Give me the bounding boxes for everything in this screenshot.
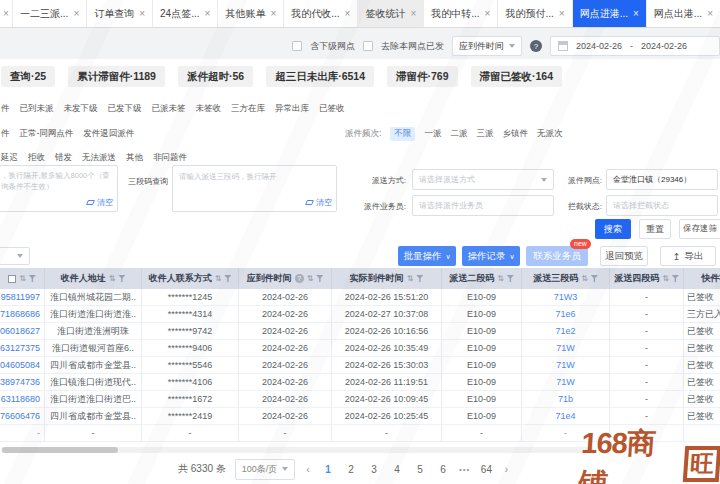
- table-row[interactable]: 06018627淮口街道淮洲明珠*******97422024-02-26202…: [0, 323, 720, 340]
- frequency-option[interactable]: 三派: [476, 128, 493, 140]
- filter-item[interactable]: 非问题件: [153, 152, 187, 164]
- tab-outbound[interactable]: 网点出港...×: [646, 0, 720, 27]
- close-icon[interactable]: ×: [270, 8, 276, 19]
- close-icon[interactable]: ×: [707, 8, 713, 19]
- stat-query[interactable]: 查询·25: [1, 66, 55, 87]
- contact-courier-button[interactable]: 联系业务员: [526, 246, 588, 266]
- close-icon[interactable]: ×: [410, 8, 416, 19]
- date-range-picker[interactable]: 2024-02-26 - 2024-02-26: [550, 36, 720, 56]
- page-64[interactable]: 64: [479, 464, 493, 475]
- waybill-link[interactable]: 63118680: [0, 391, 45, 408]
- segment3-link[interactable]: 71W: [522, 374, 610, 391]
- tab-yiersan-pai[interactable]: 一二三派...×: [12, 0, 86, 27]
- filter-icon[interactable]: [507, 275, 514, 282]
- close-icon[interactable]: ×: [73, 8, 79, 19]
- close-icon[interactable]: ×: [559, 8, 565, 19]
- segment3-link[interactable]: 71e4: [522, 408, 610, 425]
- filter-item[interactable]: 已派未签: [152, 103, 186, 115]
- tab-inbound-active[interactable]: 网点进港...×: [572, 0, 646, 27]
- close-icon[interactable]: ×: [205, 8, 211, 19]
- close-icon[interactable]: ×: [633, 8, 639, 19]
- filter-item[interactable]: 未签收: [196, 103, 222, 115]
- stat-overtime[interactable]: 派件超时·56: [178, 66, 253, 87]
- waybill-link[interactable]: 63127375: [0, 340, 45, 357]
- sort-icon[interactable]: ⇅: [19, 274, 26, 283]
- dispatch-method-select[interactable]: 请选择派送方式: [412, 169, 554, 190]
- filter-item[interactable]: 错发: [55, 152, 72, 164]
- page-size-select[interactable]: 100条/页: [235, 459, 296, 480]
- help-icon[interactable]: ?: [295, 274, 304, 283]
- sort-icon[interactable]: ⇅: [497, 274, 504, 283]
- tab-my-cod[interactable]: 我的代收...×: [283, 0, 357, 27]
- page-4[interactable]: 4: [390, 464, 404, 475]
- segment2-column-header[interactable]: 派送二段码⇅: [442, 268, 522, 289]
- waybill-link[interactable]: 76606476: [0, 408, 45, 425]
- filter-item[interactable]: 已签收: [319, 103, 345, 115]
- segment3-link[interactable]: 71e2: [522, 323, 610, 340]
- expected-time-column-header[interactable]: 应到件时间?⇅: [239, 268, 332, 289]
- frequency-option-unlimited[interactable]: 不限: [390, 127, 415, 141]
- tab-24-sign[interactable]: 24点签...×: [152, 0, 217, 27]
- sort-icon[interactable]: ⇅: [662, 274, 669, 283]
- segment3-column-header[interactable]: 派送三段码⇅: [522, 268, 610, 289]
- sort-icon[interactable]: ⇅: [215, 274, 222, 283]
- filter-icon[interactable]: [416, 275, 423, 282]
- filter-item[interactable]: 未发下级: [64, 103, 98, 115]
- more-pages-ellipsis[interactable]: •••: [459, 465, 470, 474]
- time-type-select[interactable]: 应到件时间: [452, 36, 522, 56]
- table-row[interactable]: 71868686淮口街道淮口街道淮..*******43142024-02-26…: [0, 306, 720, 323]
- stat-stranded-signed[interactable]: 滞留已签收·164: [471, 66, 563, 87]
- page-1[interactable]: 1: [321, 464, 335, 475]
- return-preview-button[interactable]: 退回预览: [600, 246, 648, 266]
- frequency-option[interactable]: 二派: [450, 128, 467, 140]
- expand-icon[interactable]: [8, 275, 16, 283]
- reset-button[interactable]: 重置: [639, 219, 671, 239]
- horizontal-scrollbar[interactable]: [1, 447, 593, 453]
- segment3-link[interactable]: 71W3: [522, 289, 610, 306]
- filter-item[interactable]: 延迟: [1, 152, 18, 164]
- clear-segment-button[interactable]: 清空: [306, 197, 332, 208]
- operation-records-button[interactable]: 操作记录∨: [462, 246, 520, 266]
- actual-time-column-header[interactable]: 实际到件时间⇅: [332, 268, 442, 289]
- sort-icon[interactable]: ⇅: [581, 274, 588, 283]
- stat-total-stranded[interactable]: 累计滞留件·1189: [68, 66, 165, 87]
- sort-icon[interactable]: ⇅: [407, 274, 414, 283]
- prev-page-button[interactable]: ‹: [304, 463, 312, 475]
- segment3-link[interactable]: 71e6: [522, 306, 610, 323]
- contact-column-header[interactable]: 收件人联系方式⇅: [142, 268, 239, 289]
- waybill-link[interactable]: 38974736: [0, 374, 45, 391]
- sort-icon[interactable]: ⇅: [109, 274, 116, 283]
- filter-icon[interactable]: [118, 275, 125, 282]
- waybill-link[interactable]: 04605084: [0, 357, 45, 374]
- stat-3day-not-out[interactable]: 超三日未出库·6514: [266, 66, 374, 87]
- tab-other-bills[interactable]: 其他账单×: [217, 0, 283, 27]
- filter-item[interactable]: 已发下级: [108, 103, 142, 115]
- waybill-column-header[interactable]: ⇅: [0, 268, 45, 289]
- page-2[interactable]: 2: [344, 464, 358, 475]
- filter-item[interactable]: 已到未派: [20, 103, 54, 115]
- waybill-link[interactable]: 06018627: [0, 323, 45, 340]
- select-all-dropdown[interactable]: [0, 247, 30, 265]
- filter-icon[interactable]: [224, 275, 231, 282]
- search-button[interactable]: 搜索: [595, 219, 631, 239]
- save-filter-button[interactable]: 保存速筛: [679, 219, 720, 239]
- page-5[interactable]: 5: [413, 464, 427, 475]
- help-icon[interactable]: ?: [530, 40, 542, 52]
- tab-my-prepaid[interactable]: 我的预付...×: [497, 0, 571, 27]
- waybill-input[interactable]: ，换行隔开,最多输入8000个（查询条件不生效） 清空: [0, 165, 118, 212]
- table-row[interactable]: 95811997淮口镇州城花园二期..*******12452024-02-26…: [0, 289, 720, 306]
- next-page-button[interactable]: ›: [502, 463, 510, 475]
- waybill-link[interactable]: 95811997: [0, 289, 45, 306]
- exclude-sent-checkbox[interactable]: [363, 41, 373, 51]
- close-icon[interactable]: ×: [345, 8, 351, 19]
- table-row[interactable]: 63127375淮口街道银河首座6..*******94062024-02-26…: [0, 340, 720, 357]
- waybill-link[interactable]: 71868686: [0, 306, 45, 323]
- filter-item[interactable]: 件: [1, 128, 10, 140]
- filter-icon[interactable]: [591, 275, 598, 282]
- dispatch-site-input[interactable]: 金堂淮口镇（29346）: [606, 169, 718, 190]
- intercept-status-select[interactable]: 请选择拦截状态: [606, 195, 718, 216]
- segment4-column-header[interactable]: 派送四段码⇅: [610, 268, 684, 289]
- stat-stranded[interactable]: 滞留件·769: [387, 66, 458, 87]
- segment3-link[interactable]: 71W: [522, 340, 610, 357]
- courier-select[interactable]: 请选择派件业务员: [412, 195, 554, 216]
